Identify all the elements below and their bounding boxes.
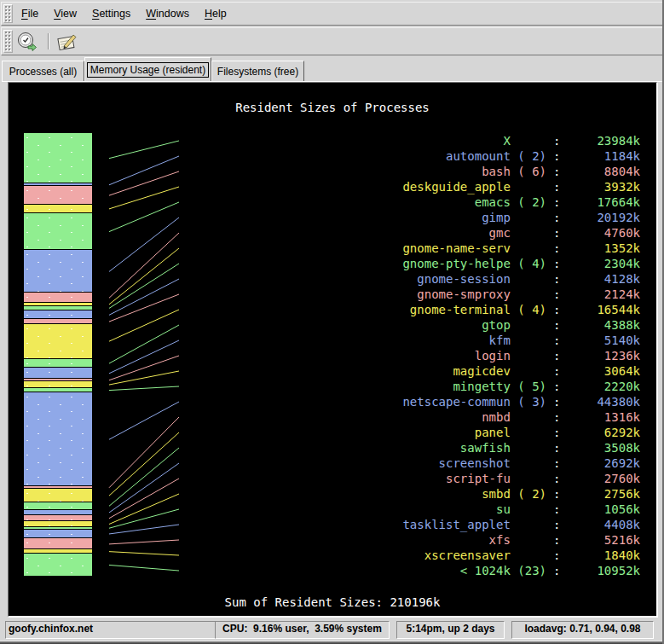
process-row: netscape-commun ( 3):44380k: [9, 394, 656, 409]
process-row: su :1056k: [9, 502, 656, 517]
memory-usage-graph: Resident Sizes of Processes X :23984kaut…: [9, 83, 656, 616]
process-row: xfs :5216k: [9, 532, 656, 548]
process-row: screenshot :2692k: [9, 455, 656, 471]
process-row: smbd ( 2):2756k: [9, 486, 656, 502]
timer-run-icon: [15, 30, 39, 54]
timer-run-button[interactable]: [15, 30, 39, 53]
process-row: gnome-terminal ( 4):16544k: [9, 302, 656, 317]
process-row: xscreensaver :1840k: [9, 548, 656, 563]
statusbar-clock: 5:14pm, up 2 days: [396, 621, 505, 639]
process-row: gnome-smproxy :2124k: [9, 287, 656, 302]
notepad-edit-button[interactable]: [55, 30, 78, 53]
process-row: kfm :5140k: [9, 333, 656, 348]
menu-bar: FileViewSettingsWindowsHelp: [1, 2, 663, 26]
statusbar-loadavg: loadavg: 0.71, 0.94, 0.98: [511, 621, 654, 639]
statusbar-hostname: goofy.chinfox.net: [5, 621, 222, 639]
process-row: login :1236k: [9, 348, 656, 363]
process-row: X :23984k: [9, 133, 656, 148]
process-row: < 1024k (23):10952k: [9, 563, 656, 578]
process-row: automount ( 2):1184k: [9, 148, 656, 164]
process-row: gnome-pty-helpe ( 4):2304k: [9, 256, 656, 271]
process-row: script-fu :2760k: [9, 471, 656, 486]
menubar-grip-handle[interactable]: [3, 4, 13, 23]
menu-view[interactable]: View: [46, 8, 84, 20]
process-row: magicdev :3064k: [9, 363, 656, 379]
process-row: panel :6292k: [9, 425, 656, 440]
process-row: mingetty ( 5):2220k: [9, 379, 656, 394]
process-row: gimp :20192k: [9, 210, 656, 225]
process-row: gnome-name-serv :1352k: [9, 241, 656, 256]
toolbar: [1, 27, 663, 55]
process-row: emacs ( 2):17664k: [9, 194, 656, 210]
notepad-edit-icon: [55, 30, 78, 54]
menu-items: FileViewSettingsWindowsHelp: [14, 3, 234, 25]
tab-filesystems-free[interactable]: Filesystems (free): [211, 61, 304, 81]
process-row: nmbd :1316k: [9, 409, 656, 425]
menu-file[interactable]: File: [14, 8, 46, 20]
process-row: gnome-session :4128k: [9, 271, 656, 287]
statusbar-cpu: CPU: 9.16% user, 3.59% system: [215, 621, 390, 639]
process-row: deskguide_apple :3932k: [9, 179, 656, 194]
menu-windows[interactable]: Windows: [138, 8, 197, 20]
process-row: gtop :4388k: [9, 317, 656, 333]
process-row: gmc :4760k: [9, 225, 656, 241]
toolbar-grip-handle[interactable]: [3, 30, 13, 53]
process-row: sawfish :3508k: [9, 440, 656, 455]
graph-frame: Resident Sizes of Processes X :23984kaut…: [8, 82, 658, 618]
graph-footer: Sum of Resident Sizes: 210196k: [9, 595, 656, 609]
tab-memory-usage-resident[interactable]: Memory Usage (resident): [84, 57, 211, 81]
menu-help[interactable]: Help: [197, 8, 234, 20]
menu-settings[interactable]: Settings: [84, 8, 138, 20]
toolbar-separator: [48, 33, 49, 49]
process-row: bash ( 6):8804k: [9, 164, 656, 179]
gtop-window: FileViewSettingsWindowsHelp: [0, 0, 664, 644]
process-row: tasklist_applet :4408k: [9, 517, 656, 532]
tab-processes-all[interactable]: Processes (all): [2, 61, 84, 81]
